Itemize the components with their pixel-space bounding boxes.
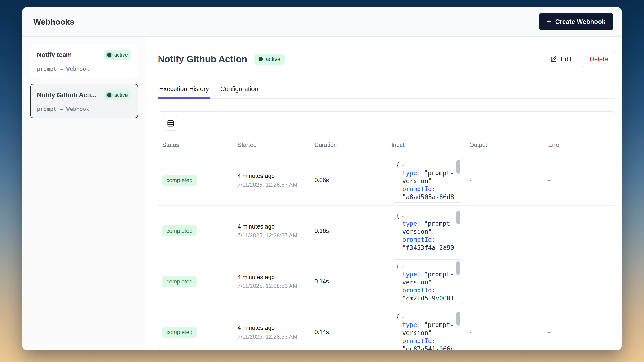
duration-value: 0.16s [314, 227, 329, 234]
scrollbar-thumb[interactable] [456, 312, 460, 326]
started-timestamp: 7/11/2025, 12:28:53 AM [238, 283, 310, 289]
json-value: 47db-ade5 [402, 202, 436, 202]
input-json-preview[interactable]: {⌄ type:"prompt- version" promptId: "cm2… [393, 259, 463, 304]
edit-button[interactable]: Edit [543, 51, 578, 68]
json-key: type: [402, 170, 421, 176]
started-relative: 4 minutes ago [238, 223, 310, 230]
output-value: - [470, 329, 471, 335]
delete-button[interactable]: Delete [583, 51, 615, 68]
json-value: "ec87a541-966c- [402, 346, 458, 350]
table-body: completed 4 minutes ago 7/11/2025, 12:28… [158, 155, 615, 350]
webhook-title: Notify Github Action [158, 54, 247, 64]
execution-row[interactable]: completed 4 minutes ago 7/11/2025, 12:28… [158, 256, 615, 307]
table-rows-icon [166, 119, 175, 128]
webhook-status-badge: active [104, 90, 131, 100]
webhook-name: Notify team [37, 51, 72, 59]
webhook-status-label: active [266, 56, 280, 62]
execution-status-badge: completed [162, 226, 196, 236]
execution-status-badge: completed [162, 327, 196, 338]
started-relative: 4 minutes ago [238, 274, 310, 280]
started-relative: 4 minutes ago [238, 172, 310, 179]
edit-label: Edit [560, 56, 572, 63]
tab-execution-history[interactable]: Execution History [158, 86, 210, 98]
execution-status-badge: completed [162, 175, 196, 186]
started-timestamp: 7/11/2025, 12:28:53 AM [238, 333, 310, 340]
json-open-brace: { [396, 313, 400, 320]
table-header-row: Status Started Duration Input Output Err… [158, 135, 615, 155]
webhook-route: prompt → Webhook [37, 66, 131, 72]
page-title: Webhooks [33, 17, 74, 26]
json-open-brace: { [396, 161, 400, 168]
webhook-status-label: active [114, 52, 128, 58]
error-value: - [548, 227, 550, 234]
json-value: "a8ad505a-86d8- [402, 194, 458, 201]
execution-row[interactable]: completed 4 minutes ago 7/11/2025, 12:28… [158, 206, 615, 256]
json-key: type: [402, 271, 421, 278]
output-value: - [470, 177, 471, 183]
json-value: "f3453f4a-2a90- [402, 244, 458, 251]
table-view-button[interactable] [163, 116, 178, 130]
chevron-down-icon[interactable]: ⌄ [402, 263, 404, 268]
scrollbar[interactable] [454, 260, 462, 304]
duration-value: 0.14s [314, 278, 329, 285]
json-key: promptId: [402, 287, 436, 294]
error-value: - [548, 278, 550, 285]
execution-status-badge: completed [162, 276, 196, 287]
column-header-output: Output [465, 142, 544, 148]
edit-pencil-icon [550, 56, 557, 63]
column-header-duration: Duration [310, 142, 387, 148]
json-value: cmdiv7aia6" [402, 303, 443, 304]
started-timestamp: 7/11/2025, 12:28:57 AM [238, 232, 310, 239]
execution-row[interactable]: completed 4 minutes ago 7/11/2025, 12:28… [158, 307, 615, 350]
json-value: "prompt- [424, 170, 454, 176]
json-value: "cm2fd5i9v0001ff [402, 295, 461, 302]
duration-value: 0.06s [314, 177, 329, 183]
json-value: "prompt- [424, 220, 454, 227]
webhook-status-badge: active [254, 54, 285, 64]
webhook-name: Notify Github Acti... [37, 92, 96, 99]
column-header-started: Started [233, 142, 310, 148]
error-value: - [548, 177, 550, 183]
input-json-preview[interactable]: {⌄ type:"prompt- version" promptId: "f34… [393, 209, 463, 253]
json-value: version" [402, 329, 432, 336]
top-bar: Webhooks + Create Webhook [22, 7, 622, 37]
input-json-preview[interactable]: {⌄ type:"prompt- version" promptId: "a8a… [393, 158, 463, 202]
table-toolbar [158, 112, 615, 135]
delete-label: Delete [590, 56, 608, 63]
column-header-input: Input [387, 142, 465, 148]
scrollbar[interactable] [454, 158, 462, 202]
json-value: version" [402, 228, 432, 235]
scrollbar-thumb[interactable] [456, 160, 460, 174]
scrollbar[interactable] [454, 310, 462, 350]
scrollbar[interactable] [454, 209, 462, 253]
started-timestamp: 7/11/2025, 12:28:57 AM [238, 182, 310, 188]
error-value: - [548, 329, 550, 335]
plus-icon: + [547, 17, 552, 25]
json-value: 46ee-91be [402, 252, 436, 253]
detail-header: Notify Github Action active Edit Delete [158, 52, 615, 66]
json-key: promptId: [402, 186, 436, 192]
output-value: - [470, 227, 471, 234]
scrollbar-thumb[interactable] [456, 210, 460, 224]
chevron-down-icon[interactable]: ⌄ [402, 212, 404, 218]
scrollbar-thumb[interactable] [456, 261, 460, 275]
create-webhook-button[interactable]: + Create Webhook [539, 13, 613, 30]
create-webhook-label: Create Webhook [555, 18, 606, 26]
chevron-down-icon[interactable]: ⌄ [402, 162, 404, 167]
column-header-status: Status [158, 142, 233, 148]
input-json-preview[interactable]: {⌄ type:"prompt- version" promptId: "ec8… [393, 310, 463, 350]
status-dot-icon [107, 53, 112, 57]
webhook-route: prompt → Webhook [37, 106, 131, 112]
tab-configuration[interactable]: Configuration [219, 86, 260, 98]
sidebar-item-webhook[interactable]: Notify Github Acti... active prompt → We… [30, 84, 138, 118]
sidebar-item-webhook[interactable]: Notify team active prompt → Webhook [30, 44, 138, 78]
chevron-down-icon[interactable]: ⌄ [402, 314, 404, 319]
json-value: version" [402, 279, 432, 286]
webhook-status-label: active [114, 92, 128, 98]
json-key: promptId: [402, 236, 436, 243]
webhook-list-sidebar: Notify team active prompt → Webhook Noti… [22, 37, 146, 350]
status-dot-icon [258, 57, 263, 61]
json-key: promptId: [402, 338, 436, 344]
execution-row[interactable]: completed 4 minutes ago 7/11/2025, 12:28… [158, 155, 615, 206]
webhook-detail-panel: Notify Github Action active Edit Delete [146, 37, 622, 350]
